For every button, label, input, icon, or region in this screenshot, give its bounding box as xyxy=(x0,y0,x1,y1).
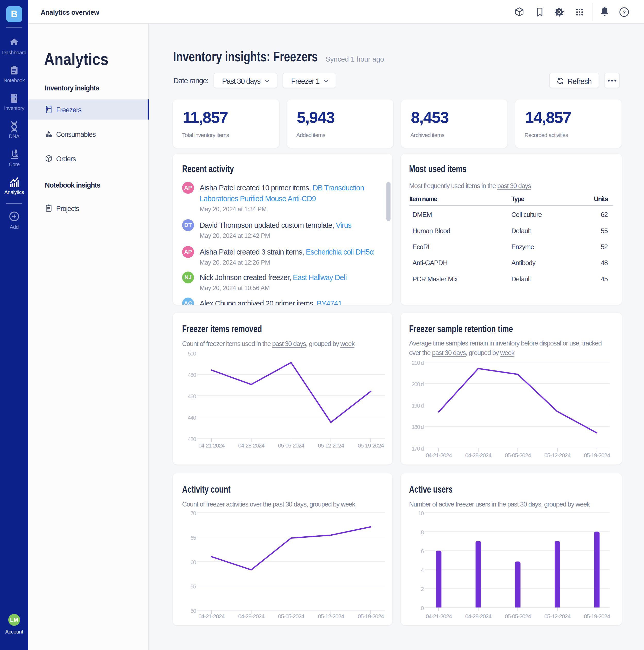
svg-text:460: 460 xyxy=(188,393,196,400)
svg-text:05-12-2024: 05-12-2024 xyxy=(318,613,344,620)
svg-text:05-12-2024: 05-12-2024 xyxy=(544,613,571,620)
svg-text:200 d: 200 d xyxy=(412,381,424,388)
svg-text:180 d: 180 d xyxy=(412,424,424,430)
svg-text:04-21-2024: 04-21-2024 xyxy=(199,613,225,620)
svg-text:05-05-2024: 05-05-2024 xyxy=(278,442,304,449)
svg-text:420: 420 xyxy=(188,436,196,442)
svg-text:60: 60 xyxy=(190,559,196,566)
svg-text:04-28-2024: 04-28-2024 xyxy=(465,613,492,620)
svg-text:05-19-2024: 05-19-2024 xyxy=(584,452,610,459)
svg-text:70: 70 xyxy=(190,510,196,516)
svg-text:190 d: 190 d xyxy=(412,402,424,409)
svg-text:?: ? xyxy=(622,9,626,15)
svg-text:05-19-2024: 05-19-2024 xyxy=(358,613,384,620)
svg-text:65: 65 xyxy=(190,535,196,541)
svg-text:05-05-2024: 05-05-2024 xyxy=(278,613,304,620)
svg-text:05-19-2024: 05-19-2024 xyxy=(584,613,610,620)
svg-text:05-12-2024: 05-12-2024 xyxy=(318,442,344,449)
svg-text:8: 8 xyxy=(421,529,424,536)
svg-text:480: 480 xyxy=(188,372,196,378)
svg-text:2: 2 xyxy=(421,586,424,592)
svg-text:04-28-2024: 04-28-2024 xyxy=(238,442,264,449)
svg-text:05-19-2024: 05-19-2024 xyxy=(358,442,384,449)
svg-text:05-05-2024: 05-05-2024 xyxy=(505,452,531,459)
svg-text:55: 55 xyxy=(190,583,196,590)
svg-text:04-21-2024: 04-21-2024 xyxy=(426,452,452,459)
svg-text:210 d: 210 d xyxy=(412,360,424,366)
svg-text:04-21-2024: 04-21-2024 xyxy=(426,613,452,620)
svg-text:6: 6 xyxy=(421,548,424,554)
svg-text:10: 10 xyxy=(418,510,424,516)
svg-text:440: 440 xyxy=(188,414,196,421)
svg-text:500: 500 xyxy=(188,350,196,357)
svg-text:04-28-2024: 04-28-2024 xyxy=(465,452,492,459)
svg-text:05-12-2024: 05-12-2024 xyxy=(544,452,571,459)
svg-text:50: 50 xyxy=(190,608,196,614)
svg-text:170 d: 170 d xyxy=(412,445,424,452)
svg-text:05-05-2024: 05-05-2024 xyxy=(505,613,531,620)
svg-text:4: 4 xyxy=(421,567,424,574)
svg-text:04-21-2024: 04-21-2024 xyxy=(199,442,225,449)
svg-text:04-28-2024: 04-28-2024 xyxy=(238,613,264,620)
svg-text:0: 0 xyxy=(421,605,424,611)
